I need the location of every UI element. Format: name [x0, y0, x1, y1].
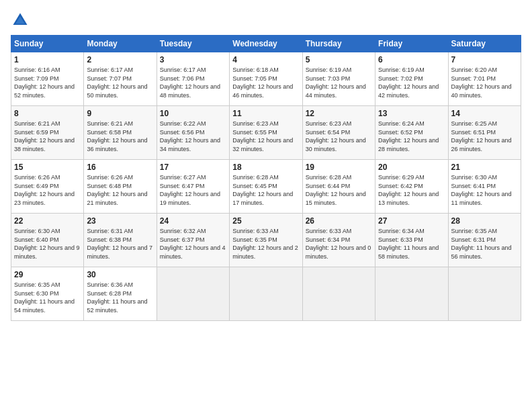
- cell-content: Sunrise: 6:35 AMSunset: 6:31 PMDaylight:…: [451, 228, 512, 260]
- page: SundayMondayTuesdayWednesdayThursdayFrid…: [0, 0, 532, 411]
- calendar-cell: 23 Sunrise: 6:31 AMSunset: 6:38 PMDaylig…: [84, 214, 157, 267]
- cell-content: Sunrise: 6:22 AMSunset: 6:56 PMDaylight:…: [160, 120, 220, 152]
- calendar-cell: 16 Sunrise: 6:26 AMSunset: 6:48 PMDaylig…: [84, 160, 157, 214]
- calendar-cell: 18 Sunrise: 6:28 AMSunset: 6:45 PMDaylig…: [230, 160, 302, 214]
- day-number: 6: [378, 55, 445, 64]
- calendar-cell: 2 Sunrise: 6:17 AMSunset: 7:07 PMDayligh…: [84, 52, 157, 106]
- day-number: 1: [14, 55, 81, 64]
- cell-content: Sunrise: 6:30 AMSunset: 6:41 PMDaylight:…: [451, 174, 512, 206]
- week-row-4: 29 Sunrise: 6:35 AMSunset: 6:30 PMDaylig…: [11, 267, 521, 321]
- day-number: 20: [378, 163, 445, 172]
- calendar-cell: 29 Sunrise: 6:35 AMSunset: 6:30 PMDaylig…: [11, 267, 84, 321]
- cell-content: Sunrise: 6:33 AMSunset: 6:35 PMDaylight:…: [232, 228, 298, 260]
- week-row-0: 1 Sunrise: 6:16 AMSunset: 7:09 PMDayligh…: [11, 52, 521, 106]
- calendar-cell: 26 Sunrise: 6:33 AMSunset: 6:34 PMDaylig…: [302, 214, 375, 267]
- calendar-cell: 12 Sunrise: 6:23 AMSunset: 6:54 PMDaylig…: [302, 106, 375, 160]
- calendar-cell: 17 Sunrise: 6:27 AMSunset: 6:47 PMDaylig…: [157, 160, 229, 214]
- cell-content: Sunrise: 6:28 AMSunset: 6:45 PMDaylight:…: [232, 174, 293, 206]
- cell-content: Sunrise: 6:25 AMSunset: 6:51 PMDaylight:…: [451, 120, 512, 152]
- week-row-2: 15 Sunrise: 6:26 AMSunset: 6:49 PMDaylig…: [11, 160, 521, 214]
- day-number: 7: [451, 55, 518, 64]
- calendar-cell: 3 Sunrise: 6:17 AMSunset: 7:06 PMDayligh…: [157, 52, 229, 106]
- calendar-cell: 10 Sunrise: 6:22 AMSunset: 6:56 PMDaylig…: [157, 106, 229, 160]
- cell-content: Sunrise: 6:19 AMSunset: 7:03 PMDaylight:…: [306, 66, 366, 99]
- header-cell-friday: Friday: [375, 36, 448, 52]
- cell-content: Sunrise: 6:32 AMSunset: 6:37 PMDaylight:…: [160, 228, 226, 260]
- day-number: 30: [87, 270, 153, 279]
- calendar-cell: 22 Sunrise: 6:30 AMSunset: 6:40 PMDaylig…: [11, 214, 84, 267]
- day-number: 11: [232, 109, 299, 118]
- cell-content: Sunrise: 6:35 AMSunset: 6:30 PMDaylight:…: [14, 281, 75, 314]
- cell-content: Sunrise: 6:33 AMSunset: 6:34 PMDaylight:…: [306, 228, 371, 260]
- cell-content: Sunrise: 6:19 AMSunset: 7:02 PMDaylight:…: [378, 66, 439, 99]
- cell-content: Sunrise: 6:28 AMSunset: 6:44 PMDaylight:…: [306, 174, 366, 206]
- calendar-cell: [302, 267, 375, 321]
- day-number: 8: [14, 109, 81, 118]
- cell-content: Sunrise: 6:21 AMSunset: 6:59 PMDaylight:…: [14, 120, 75, 152]
- header: [11, 11, 521, 30]
- calendar-cell: 20 Sunrise: 6:29 AMSunset: 6:42 PMDaylig…: [375, 160, 448, 214]
- header-cell-saturday: Saturday: [448, 36, 521, 52]
- day-number: 13: [378, 109, 445, 118]
- day-number: 5: [306, 55, 372, 64]
- calendar-cell: 14 Sunrise: 6:25 AMSunset: 6:51 PMDaylig…: [448, 106, 521, 160]
- calendar-cell: 21 Sunrise: 6:30 AMSunset: 6:41 PMDaylig…: [448, 160, 521, 214]
- day-number: 4: [232, 55, 299, 64]
- cell-content: Sunrise: 6:26 AMSunset: 6:48 PMDaylight:…: [87, 174, 147, 206]
- calendar-cell: 7 Sunrise: 6:20 AMSunset: 7:01 PMDayligh…: [448, 52, 521, 106]
- day-number: 18: [232, 163, 299, 172]
- cell-content: Sunrise: 6:18 AMSunset: 7:05 PMDaylight:…: [232, 66, 293, 99]
- calendar-cell: [157, 267, 229, 321]
- calendar-cell: 24 Sunrise: 6:32 AMSunset: 6:37 PMDaylig…: [157, 214, 229, 267]
- day-number: 10: [160, 109, 226, 118]
- calendar-cell: 19 Sunrise: 6:28 AMSunset: 6:44 PMDaylig…: [302, 160, 375, 214]
- calendar-cell: [448, 267, 521, 321]
- logo: [11, 11, 32, 30]
- cell-content: Sunrise: 6:36 AMSunset: 6:28 PMDaylight:…: [87, 281, 147, 314]
- day-number: 23: [87, 216, 153, 226]
- week-row-3: 22 Sunrise: 6:30 AMSunset: 6:40 PMDaylig…: [11, 214, 521, 267]
- cell-content: Sunrise: 6:20 AMSunset: 7:01 PMDaylight:…: [451, 66, 512, 99]
- day-number: 12: [306, 109, 372, 118]
- calendar-cell: 4 Sunrise: 6:18 AMSunset: 7:05 PMDayligh…: [230, 52, 302, 106]
- day-number: 17: [160, 163, 226, 172]
- cell-content: Sunrise: 6:29 AMSunset: 6:42 PMDaylight:…: [378, 174, 439, 206]
- day-number: 19: [306, 163, 372, 172]
- calendar-cell: 30 Sunrise: 6:36 AMSunset: 6:28 PMDaylig…: [84, 267, 157, 321]
- day-number: 25: [232, 216, 299, 226]
- calendar-cell: 5 Sunrise: 6:19 AMSunset: 7:03 PMDayligh…: [302, 52, 375, 106]
- day-number: 9: [87, 109, 153, 118]
- header-cell-thursday: Thursday: [302, 36, 375, 52]
- calendar-cell: 15 Sunrise: 6:26 AMSunset: 6:49 PMDaylig…: [11, 160, 84, 214]
- calendar-cell: 13 Sunrise: 6:24 AMSunset: 6:52 PMDaylig…: [375, 106, 448, 160]
- calendar-table: SundayMondayTuesdayWednesdayThursdayFrid…: [11, 35, 521, 321]
- cell-content: Sunrise: 6:16 AMSunset: 7:09 PMDaylight:…: [14, 66, 75, 99]
- day-number: 16: [87, 163, 153, 172]
- calendar-cell: 11 Sunrise: 6:23 AMSunset: 6:55 PMDaylig…: [230, 106, 302, 160]
- cell-content: Sunrise: 6:21 AMSunset: 6:58 PMDaylight:…: [87, 120, 147, 152]
- calendar-cell: 1 Sunrise: 6:16 AMSunset: 7:09 PMDayligh…: [11, 52, 84, 106]
- header-cell-tuesday: Tuesday: [157, 36, 229, 52]
- day-number: 27: [378, 216, 445, 226]
- day-number: 28: [451, 216, 518, 226]
- calendar-cell: [230, 267, 302, 321]
- calendar-cell: 25 Sunrise: 6:33 AMSunset: 6:35 PMDaylig…: [230, 214, 302, 267]
- cell-content: Sunrise: 6:31 AMSunset: 6:38 PMDaylight:…: [87, 228, 152, 260]
- cell-content: Sunrise: 6:27 AMSunset: 6:47 PMDaylight:…: [160, 174, 220, 206]
- week-row-1: 8 Sunrise: 6:21 AMSunset: 6:59 PMDayligh…: [11, 106, 521, 160]
- calendar-cell: 9 Sunrise: 6:21 AMSunset: 6:58 PMDayligh…: [84, 106, 157, 160]
- cell-content: Sunrise: 6:30 AMSunset: 6:40 PMDaylight:…: [14, 228, 80, 260]
- cell-content: Sunrise: 6:24 AMSunset: 6:52 PMDaylight:…: [378, 120, 439, 152]
- cell-content: Sunrise: 6:26 AMSunset: 6:49 PMDaylight:…: [14, 174, 75, 206]
- calendar-cell: 28 Sunrise: 6:35 AMSunset: 6:31 PMDaylig…: [448, 214, 521, 267]
- logo-icon: [11, 11, 30, 30]
- day-number: 29: [14, 270, 81, 279]
- cell-content: Sunrise: 6:17 AMSunset: 7:07 PMDaylight:…: [87, 66, 147, 99]
- header-row: SundayMondayTuesdayWednesdayThursdayFrid…: [11, 36, 521, 52]
- day-number: 22: [14, 216, 81, 226]
- day-number: 24: [160, 216, 226, 226]
- header-cell-sunday: Sunday: [11, 36, 84, 52]
- header-cell-wednesday: Wednesday: [230, 36, 302, 52]
- header-cell-monday: Monday: [84, 36, 157, 52]
- day-number: 3: [160, 55, 226, 64]
